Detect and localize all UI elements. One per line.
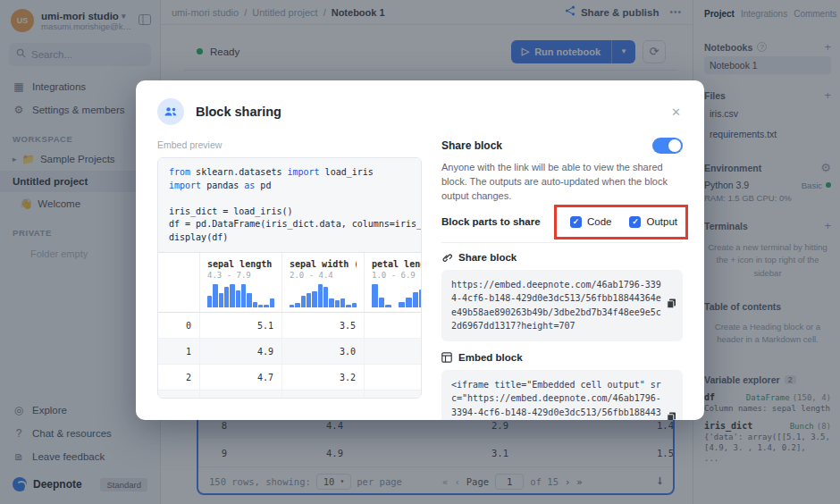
checkbox-icon[interactable] xyxy=(570,216,582,228)
share-url-box[interactable]: https://embed.deepnote.com/46ab1796-3394… xyxy=(441,270,683,341)
share-description: Anyone with the link will be able to vie… xyxy=(441,161,683,204)
preview-table: sepal length … 4.3 - 7.9 sepal width (… … xyxy=(158,253,422,399)
copy-icon[interactable] xyxy=(667,298,676,314)
share-link-heading: Share block xyxy=(458,252,517,263)
checkbox-icon[interactable] xyxy=(629,216,641,228)
modal-title: Block sharing xyxy=(196,105,281,119)
close-icon[interactable]: ✕ xyxy=(668,104,685,121)
embed-block-heading: Embed block xyxy=(458,352,523,363)
table-row: 1 4.9 3.0 xyxy=(158,339,422,365)
divider xyxy=(441,242,683,243)
table-row: 3 4.6 3.1 xyxy=(158,391,422,399)
embed-preview: from sklearn.datasets import load_irisim… xyxy=(157,157,422,399)
share-block-toggle[interactable] xyxy=(652,138,683,154)
table-row: 0 5.1 3.5 xyxy=(158,313,422,339)
block-parts-checkbox-group: Code Output xyxy=(565,214,683,230)
embed-preview-label: Embed preview xyxy=(157,139,422,150)
block-parts-label: Block parts to share xyxy=(441,216,541,227)
preview-code-block: from sklearn.datasets import load_irisim… xyxy=(158,158,421,253)
code-checkbox[interactable]: Code xyxy=(570,216,612,228)
embed-code-box[interactable]: <iframe title="Embedded cell output" src… xyxy=(441,370,683,420)
table-row: 2 4.7 3.2 xyxy=(158,365,422,391)
copy-icon[interactable] xyxy=(667,412,676,420)
link-icon xyxy=(441,252,452,263)
histogram-sepal-width xyxy=(290,284,357,307)
block-sharing-icon xyxy=(157,98,184,125)
block-sharing-modal: Block sharing ✕ Embed preview from sklea… xyxy=(136,80,704,420)
embed-icon xyxy=(441,352,452,363)
histogram-sepal-length xyxy=(207,284,274,307)
column-header[interactable]: sepal length … 4.3 - 7.9 xyxy=(199,253,281,312)
share-block-label: Share block xyxy=(441,139,502,152)
column-header[interactable]: sepal width (… 2.0 - 4.4 xyxy=(281,253,364,312)
output-checkbox[interactable]: Output xyxy=(629,216,677,228)
histogram-petal-length xyxy=(372,284,422,307)
column-header[interactable]: petal length 1.0 - 6.9 xyxy=(364,253,422,312)
